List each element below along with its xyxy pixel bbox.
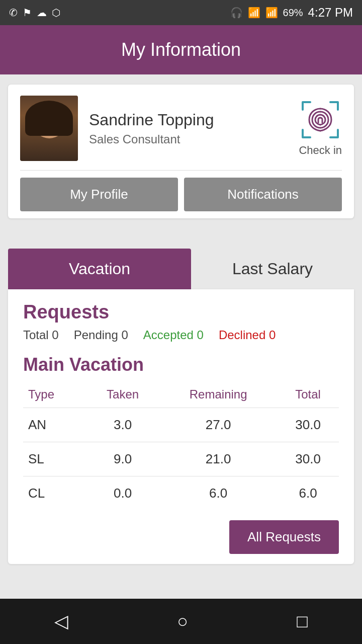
checkin-box[interactable]: Check in <box>299 100 342 157</box>
content-card: Requests Total 0 Pending 0 Accepted 0 De… <box>8 289 354 564</box>
status-right-icons: 🎧 📶 📶 69% 4:27 PM <box>230 6 353 20</box>
cell-total: 6.0 <box>277 476 339 511</box>
avatar-image <box>20 96 78 161</box>
profile-left: Sandrine Topping Sales Consultant <box>20 96 214 161</box>
tab-last-salary[interactable]: Last Salary <box>191 249 354 289</box>
table-row: CL0.06.06.0 <box>23 476 339 511</box>
bottom-nav: ◁ ○ □ <box>0 599 362 644</box>
location-icon: ⚑ <box>23 7 32 19</box>
cell-remaining: 27.0 <box>159 408 277 442</box>
requests-summary: Total 0 Pending 0 Accepted 0 Declined 0 <box>23 328 339 342</box>
col-type: Type <box>23 383 86 408</box>
battery-indicator: 69% <box>283 7 303 19</box>
tab-vacation[interactable]: Vacation <box>8 249 191 289</box>
table-row: SL9.021.030.0 <box>23 442 339 476</box>
cell-total: 30.0 <box>277 408 339 442</box>
cell-total: 30.0 <box>277 442 339 476</box>
status-bar: ✆ ⚑ ☁ ⬡ 🎧 📶 📶 69% 4:27 PM <box>0 0 362 25</box>
table-row: AN3.027.030.0 <box>23 408 339 442</box>
clock: 4:27 PM <box>308 6 353 20</box>
cell-taken: 0.0 <box>86 476 159 511</box>
profile-top: Sandrine Topping Sales Consultant <box>20 96 342 161</box>
cell-type: AN <box>23 408 86 442</box>
app-header: My Information <box>0 25 362 74</box>
home-button[interactable]: ○ <box>177 611 188 632</box>
status-left-icons: ✆ ⚑ ☁ ⬡ <box>9 7 60 19</box>
requests-title: Requests <box>23 301 339 323</box>
declined-count: Declined 0 <box>219 328 276 342</box>
my-profile-button[interactable]: My Profile <box>20 178 178 211</box>
checkin-label: Check in <box>299 144 342 157</box>
profile-role: Sales Consultant <box>89 132 214 146</box>
col-total: Total <box>277 383 339 408</box>
tabs-section: Vacation Last Salary <box>8 249 354 289</box>
android-icon: ⬡ <box>52 7 60 19</box>
cell-type: CL <box>23 476 86 511</box>
cloud-icon: ☁ <box>37 7 47 19</box>
notifications-button[interactable]: Notifications <box>184 178 342 211</box>
main-vacation-title: Main Vacation <box>23 354 339 375</box>
profile-name: Sandrine Topping <box>89 111 214 129</box>
col-remaining: Remaining <box>159 383 277 408</box>
cell-taken: 3.0 <box>86 408 159 442</box>
headphone-icon: 🎧 <box>230 7 243 19</box>
profile-buttons: My Profile Notifications <box>20 171 342 218</box>
total-count: Total 0 <box>23 328 59 342</box>
spacer <box>0 218 362 233</box>
cell-type: SL <box>23 442 86 476</box>
vacation-table: Type Taken Remaining Total AN3.027.030.0… <box>23 383 339 510</box>
accepted-count: Accepted 0 <box>143 328 204 342</box>
cell-taken: 9.0 <box>86 442 159 476</box>
fingerprint-icon <box>300 100 340 140</box>
all-requests-button[interactable]: All Requests <box>229 520 339 554</box>
back-button[interactable]: ◁ <box>54 611 68 632</box>
all-requests-row: All Requests <box>23 520 339 554</box>
pending-count: Pending 0 <box>74 328 128 342</box>
col-taken: Taken <box>86 383 159 408</box>
cell-remaining: 21.0 <box>159 442 277 476</box>
signal-icon: 📶 <box>265 7 278 19</box>
profile-info: Sandrine Topping Sales Consultant <box>89 111 214 146</box>
table-header-row: Type Taken Remaining Total <box>23 383 339 408</box>
profile-card: Sandrine Topping Sales Consultant <box>8 85 354 218</box>
cell-remaining: 6.0 <box>159 476 277 511</box>
recent-button[interactable]: □ <box>297 611 308 632</box>
avatar <box>20 96 78 161</box>
page-title: My Information <box>121 39 241 60</box>
whatsapp-icon: ✆ <box>9 7 18 19</box>
wifi-icon: 📶 <box>248 7 260 19</box>
